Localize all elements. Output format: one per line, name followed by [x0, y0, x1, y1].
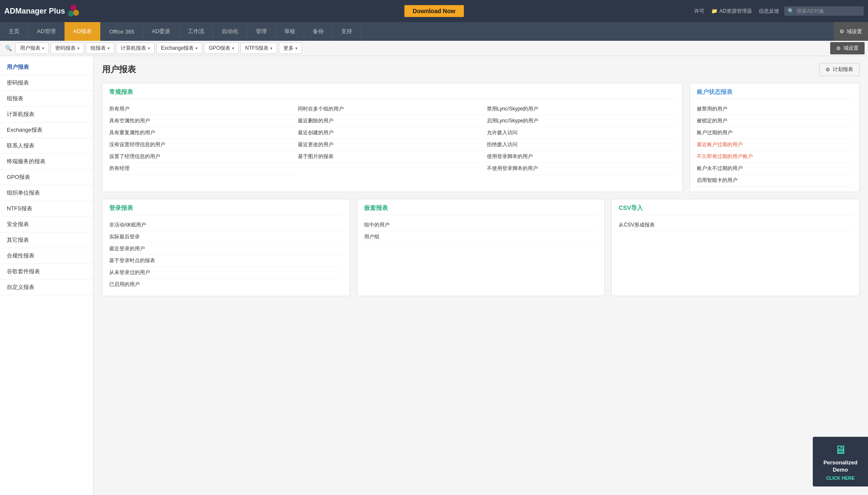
report-link[interactable]: 禁用Lync/Skype的用户 [487, 103, 676, 115]
sidebar-item-其它报表[interactable]: 其它报表 [0, 232, 93, 248]
csv-section: CSV导入 从CSV形成报表 [611, 199, 860, 296]
subnav-label: GPO报表 [209, 45, 230, 52]
gear-icon: ⚙ [840, 28, 844, 34]
subnav-item-计算机报表[interactable]: 计算机报表▾ [116, 42, 155, 54]
download-button[interactable]: Download Now [404, 5, 464, 17]
sidebar-item-Exchange报表[interactable]: Exchange报表 [0, 122, 93, 138]
sidebar-item-组报表[interactable]: 组报表 [0, 91, 93, 107]
report-link[interactable]: 不久即将过期的用户账户 [697, 151, 852, 163]
report-link[interactable]: 被锁定的用户 [697, 115, 852, 127]
regular-col1: 所有用户具有空属性的用户具有重复属性的用户没有设置经理信息的用户设置了经理信息的… [109, 103, 298, 175]
report-link[interactable]: 最近登录的用户 [109, 243, 343, 255]
subnav-label: Exchange报表 [161, 45, 194, 52]
report-link[interactable]: 所有用户 [109, 103, 298, 115]
regular-reports-section: 常规报表 所有用户具有空属性的用户具有重复属性的用户没有设置经理信息的用户设置了… [102, 83, 683, 192]
report-link[interactable]: 最近创建的用户 [298, 127, 486, 139]
search-box: 🔍 [784, 6, 864, 16]
report-link[interactable]: 没有设置经理信息的用户 [109, 139, 298, 151]
account-status-title: 账户状态报表 [697, 88, 852, 99]
page-title: 用户报表 [102, 64, 136, 75]
report-link[interactable]: 已启用的用户 [109, 279, 343, 291]
report-link[interactable]: 基于登录时点的报表 [109, 255, 343, 267]
nav-item-Office 365[interactable]: Office 365 [101, 22, 143, 41]
nav-item-主页[interactable]: 主页 [0, 22, 28, 41]
report-link[interactable]: 最近更改的用户 [298, 139, 486, 151]
main-layout: 用户报表密码报表组报表计算机报表Exchange报表联系人报表终端服务的报表GP… [0, 56, 868, 495]
nav-item-管理[interactable]: 管理 [247, 22, 276, 41]
ad-resource-link[interactable]: 📁 AD资源管理器 [711, 8, 752, 15]
report-link[interactable]: 使用登录脚本的用户 [487, 151, 676, 163]
report-link[interactable]: 具有空属性的用户 [109, 115, 298, 127]
report-link[interactable]: 组中的用户 [364, 219, 598, 231]
user-link[interactable]: 许可 [694, 8, 704, 15]
subnav-label: 组报表 [90, 45, 106, 52]
report-link[interactable]: 启用智能卡的用户 [697, 175, 852, 187]
domain-settings-button-subnav[interactable]: ⚙ 域设置 [830, 42, 865, 54]
subnav-item-更多[interactable]: 更多▾ [279, 42, 302, 54]
login-title: 登录报表 [109, 204, 343, 215]
subnav-item-NTFS报表[interactable]: NTFS报表▾ [240, 42, 277, 54]
nav-item-AD委派[interactable]: AD委派 [143, 22, 179, 41]
report-link[interactable]: 具有重复属性的用户 [109, 127, 298, 139]
sidebar-item-合规性报表[interactable]: 合规性报表 [0, 248, 93, 264]
chevron-down-icon: ▾ [42, 46, 44, 51]
sidebar-item-谷歌套件报表[interactable]: 谷歌套件报表 [0, 264, 93, 280]
subnav-item-Exchange报表[interactable]: Exchange报表▾ [156, 42, 202, 54]
report-link[interactable]: 设置了经理信息的用户 [109, 151, 298, 163]
subnav-item-密码报表[interactable]: 密码报表▾ [51, 42, 84, 54]
sidebar-item-组织单位报表[interactable]: 组织单位报表 [0, 185, 93, 201]
report-link[interactable]: 账户过期的用户 [697, 127, 852, 139]
top-right-area: 许可 📁 AD资源管理器 信息反馈 🔍 [694, 6, 864, 16]
report-link[interactable]: 从未登录过的用户 [109, 267, 343, 279]
schedule-button[interactable]: ⚙ 计划报表 [819, 63, 860, 76]
nav-item-工作流[interactable]: 工作流 [179, 22, 213, 41]
schedule-btn-label: 计划报表 [833, 66, 853, 73]
demo-click-label: CLICK HERE [818, 475, 863, 481]
report-link[interactable]: 启用Lync/Skype的用户 [487, 115, 676, 127]
domain-settings-button[interactable]: ⚙ 域设置 [834, 22, 868, 41]
subnav-item-用户报表[interactable]: 用户报表▾ [15, 42, 49, 54]
demo-widget[interactable]: 🖥 Personalized Demo CLICK HERE [813, 437, 868, 487]
report-link[interactable]: 用户组 [364, 231, 598, 243]
subnav-item-组报表[interactable]: 组报表▾ [86, 42, 114, 54]
sub-nav-search-icon[interactable]: 🔍 [3, 43, 14, 54]
sidebar-item-计算机报表[interactable]: 计算机报表 [0, 107, 93, 122]
nav-item-AD报表[interactable]: AD报表 [65, 22, 101, 41]
report-link[interactable]: 最近账户过期的用户 [697, 139, 852, 151]
chevron-down-icon: ▾ [195, 46, 198, 51]
report-link[interactable]: 同时在多个组的用户 [298, 103, 486, 115]
sidebar-item-用户报表[interactable]: 用户报表 [0, 59, 93, 75]
demo-title: Personalized Demo [818, 459, 863, 474]
nav-item-AD管理[interactable]: AD管理 [28, 22, 65, 41]
report-link[interactable]: 实际最后登录 [109, 231, 343, 243]
sidebar-item-密码报表[interactable]: 密码报表 [0, 75, 93, 91]
report-link[interactable]: 被禁用的用户 [697, 103, 852, 115]
sidebar-item-安全报表[interactable]: 安全报表 [0, 217, 93, 232]
nav-item-自动化[interactable]: 自动化 [213, 22, 247, 41]
report-link[interactable]: 不使用登录脚本的用户 [487, 163, 676, 175]
account-col1: 被禁用的用户被锁定的用户账户过期的用户最近账户过期的用户不久即将过期的用户账户账… [697, 103, 852, 187]
search-icon: 🔍 [788, 8, 794, 14]
report-link[interactable]: 从CSV形成报表 [619, 219, 852, 231]
feedback-link[interactable]: 信息反馈 [759, 8, 779, 15]
svg-point-1 [73, 10, 79, 16]
report-link[interactable]: 允许拨入访问 [487, 127, 676, 139]
sidebar-item-自定义报表[interactable]: 自定义报表 [0, 280, 93, 295]
report-link[interactable]: 账户永不过期的用户 [697, 163, 852, 175]
report-link[interactable]: 基于图片的报表 [298, 151, 486, 163]
nav-item-支持[interactable]: 支持 [333, 22, 361, 41]
subnav-label: 用户报表 [20, 45, 40, 52]
nav-item-备份[interactable]: 备份 [304, 22, 333, 41]
sidebar-item-联系人报表[interactable]: 联系人报表 [0, 138, 93, 154]
sidebar-item-终端服务的报表[interactable]: 终端服务的报表 [0, 154, 93, 170]
report-link[interactable]: 拒绝拨入访问 [487, 139, 676, 151]
nav-item-审核[interactable]: 审核 [276, 22, 304, 41]
sidebar-item-NTFS报表[interactable]: NTFS报表 [0, 201, 93, 217]
sidebar-item-GPO报表[interactable]: GPO报表 [0, 170, 93, 185]
report-link[interactable]: 所有经理 [109, 163, 298, 175]
report-link[interactable]: 最近删除的用户 [298, 115, 486, 127]
login-section: 登录报表 非活动/休眠用户实际最后登录最近登录的用户基于登录时点的报表从未登录过… [102, 199, 350, 296]
report-link[interactable]: 非活动/休眠用户 [109, 219, 343, 231]
subnav-item-GPO报表[interactable]: GPO报表▾ [204, 42, 239, 54]
search-input[interactable] [797, 8, 860, 14]
